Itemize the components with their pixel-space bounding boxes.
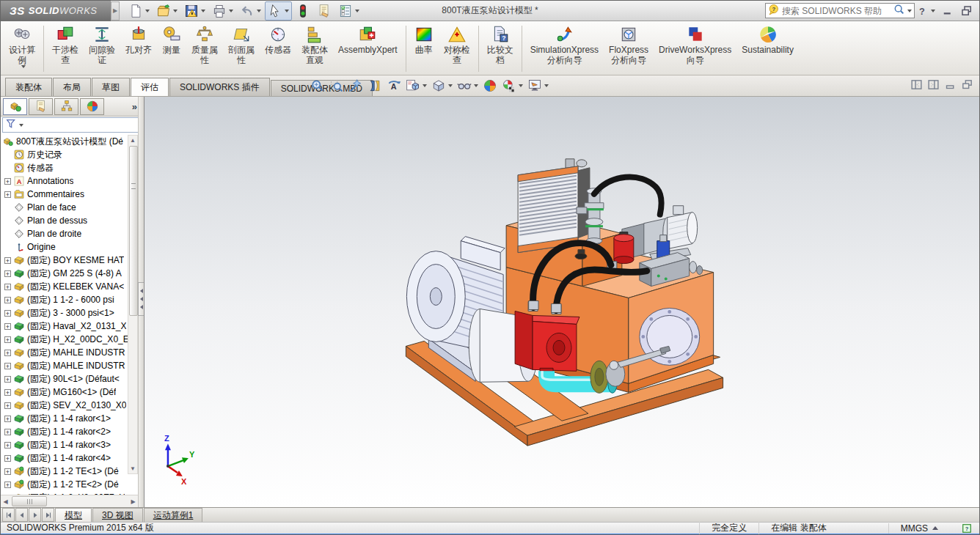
expand-icon[interactable]: + [4, 336, 11, 343]
tree-item[interactable]: +(固定) BOY KESME HAT [2, 254, 128, 267]
restore-document-button[interactable] [961, 78, 973, 91]
rotate-view-button[interactable]: A [385, 78, 403, 94]
tree-item[interactable]: +(固定) MG160<1> (Déf [2, 385, 128, 399]
expand-icon[interactable]: + [4, 270, 11, 277]
expand-icon[interactable]: + [4, 323, 11, 330]
doc-tab-3D 视图[interactable]: 3D 视图 [92, 508, 143, 522]
minimize-button[interactable] [938, 2, 957, 20]
tree-root-item[interactable]: 800T液压泵站设计模型 (Dé [2, 135, 128, 148]
expand-icon[interactable]: + [4, 402, 11, 409]
display-style-button[interactable] [430, 78, 454, 94]
open-document-button[interactable] [153, 1, 180, 21]
search-input[interactable] [780, 5, 893, 17]
tab-评估[interactable]: 评估 [131, 78, 169, 96]
print-document-button[interactable] [209, 1, 236, 21]
ribbon-clearance-verify-button[interactable]: 间隙验证 [84, 23, 120, 74]
tree-item[interactable]: +(固定) H_X2_00DC_X0_E [2, 333, 128, 346]
expand-icon[interactable]: + [4, 482, 11, 488]
tree-item[interactable]: +AAnnotations [2, 174, 128, 188]
expand-icon[interactable]: + [4, 178, 11, 185]
tree-item[interactable]: Plan de dessus [2, 214, 128, 227]
ribbon-sensors-button[interactable]: 传感器 [260, 23, 296, 74]
expand-icon[interactable]: + [4, 416, 11, 422]
last-tab-button[interactable] [42, 508, 54, 522]
dropdown-arrow[interactable] [355, 10, 359, 12]
dropdown-arrow[interactable] [474, 84, 478, 87]
ribbon-sustainability-button[interactable]: Sustainability [736, 23, 799, 74]
tree-item[interactable]: +(固定) 1 1-2 TE<2> (Dé [2, 478, 128, 491]
ribbon-section-properties-button[interactable]: 剖面属性 [223, 23, 260, 74]
tree-item[interactable]: +(固定) 1 1-2 TE<1> (Dé [2, 465, 128, 478]
tree-item[interactable]: +(固定) 1 1-4 rakor<2> [2, 425, 128, 438]
tree-item[interactable]: Plan de droite [2, 227, 128, 240]
panel-splitter[interactable] [138, 97, 144, 507]
tree-item[interactable]: +(固定) 1 1-4 rakor<4> [2, 451, 128, 465]
doc-tab-运动算例1[interactable]: 运动算例1 [144, 508, 203, 522]
expand-icon[interactable]: + [4, 468, 11, 475]
scrollbar-thumb[interactable] [12, 496, 47, 506]
ribbon-driveworksxpress-wizard-button[interactable]: DriveWorksXpress向导 [654, 23, 736, 74]
ribbon-interference-check-button[interactable]: 干涉检查 [47, 23, 84, 74]
tree-item[interactable]: 传感器 [2, 161, 128, 174]
ribbon-floxpress-wizard-button[interactable]: FloXpress分析向导 [604, 23, 654, 74]
tree-item[interactable]: Origine [2, 240, 128, 254]
scroll-right-arrow[interactable]: ▶ [128, 498, 138, 505]
scroll-left-arrow[interactable]: ◀ [1, 498, 10, 505]
tree-vertical-scrollbar[interactable]: ▲ ▼ [128, 135, 138, 474]
tree-item[interactable]: +(固定) 1 1-4 rakor<3> [2, 438, 128, 451]
tree-item[interactable]: +Commentaires [2, 188, 128, 201]
zoom-to-fit-button[interactable] [309, 78, 326, 94]
expand-icon[interactable]: + [4, 297, 11, 303]
tab-装配体[interactable]: 装配体 [5, 78, 52, 96]
dropdown-arrow[interactable] [544, 84, 549, 87]
new-document-button[interactable] [125, 1, 153, 21]
tab-草图[interactable]: 草图 [92, 78, 130, 96]
ribbon-assembly-visualization-button[interactable]: 装配体直观 [296, 23, 333, 74]
filter-dropdown-arrow[interactable] [19, 124, 23, 127]
ribbon-mass-properties-button[interactable]: 质量属性 [186, 23, 223, 74]
scrollbar-thumb[interactable] [129, 146, 138, 316]
status-help-button[interactable]: ? [950, 523, 973, 534]
model-3d[interactable]: Z Y X [145, 97, 979, 507]
tree-item[interactable]: +(固定) Haval_X2_0131_X [2, 320, 128, 333]
restore-button[interactable] [957, 2, 976, 20]
apply-scene-button[interactable] [500, 78, 524, 94]
dropdown-arrow[interactable] [423, 84, 427, 87]
dropdown-arrow[interactable] [229, 10, 233, 12]
rebuild-button[interactable] [293, 1, 313, 21]
expand-icon[interactable]: + [4, 389, 11, 396]
search-dropdown-arrow[interactable] [907, 10, 912, 12]
select-button[interactable] [265, 1, 292, 21]
expand-icon[interactable]: + [4, 310, 11, 317]
tab-SOLIDWORKS 插件[interactable]: SOLIDWORKS 插件 [169, 78, 270, 96]
tree-item[interactable]: 历史记录 [2, 148, 128, 161]
ribbon-curvature-button[interactable]: 曲率 [409, 23, 439, 74]
scroll-up-arrow[interactable]: ▲ [128, 136, 137, 145]
save-document-button[interactable] [181, 1, 208, 21]
view-settings-button[interactable] [526, 78, 550, 94]
expand-icon[interactable]: + [4, 257, 11, 264]
collapse-left-button[interactable] [910, 78, 923, 91]
section-view-button[interactable] [366, 78, 384, 94]
expand-icon[interactable]: + [4, 191, 11, 198]
dropdown-arrow[interactable] [448, 84, 453, 87]
doc-tab-模型[interactable]: 模型 [55, 508, 92, 522]
previous-tab-button[interactable] [15, 508, 28, 522]
dropdown-arrow[interactable] [201, 10, 205, 12]
expand-icon[interactable]: + [4, 284, 11, 290]
dropdown-arrow[interactable] [931, 10, 935, 12]
configurationmanager-tab[interactable] [54, 98, 78, 115]
tree-filter-bar[interactable] [2, 117, 142, 133]
dropdown-arrow[interactable] [519, 84, 523, 87]
dropdown-arrow[interactable] [285, 10, 289, 12]
expand-icon[interactable]: + [4, 376, 11, 383]
help-button[interactable]: ? [913, 2, 938, 20]
tree-item[interactable]: +(固定) 90L<1> (Défaut< [2, 372, 128, 385]
tree-item[interactable]: +(固定) 1 1-2 - 6000 psi [2, 293, 128, 306]
menu-expand-arrow[interactable]: ▶ [111, 1, 120, 21]
zoom-to-area-button[interactable] [328, 78, 345, 94]
collapse-right-button[interactable] [927, 78, 940, 91]
ribbon-simulationxpress-wizard-button[interactable]: SimulationXpress分析向导 [525, 23, 604, 74]
next-tab-button[interactable] [29, 508, 41, 522]
expand-icon[interactable]: + [4, 350, 11, 356]
